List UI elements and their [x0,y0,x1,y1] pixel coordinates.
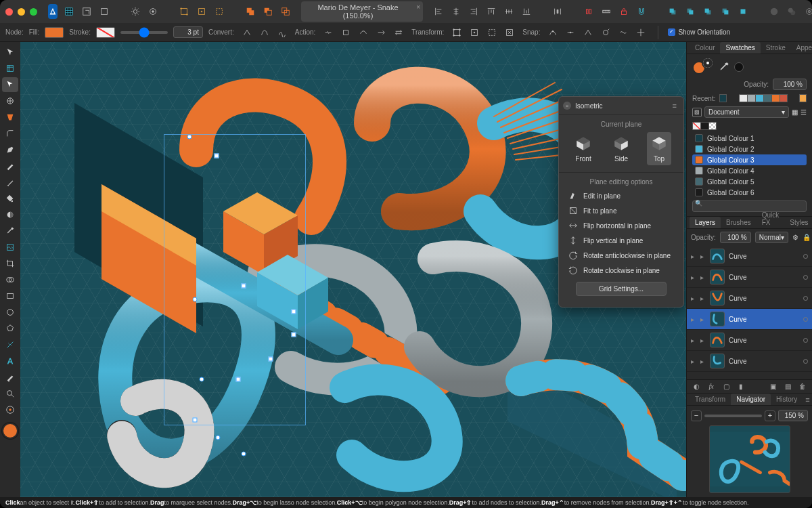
break-curve-icon[interactable] [321,25,336,40]
node-handle[interactable] [216,436,221,440]
node-handle[interactable] [193,418,198,423]
lock-layer-icon[interactable]: 🔒 [803,234,811,241]
global-colour-item[interactable]: Global Colour 2 [692,144,807,154]
pen-tool[interactable] [2,142,18,157]
tab-layers[interactable]: Layers [690,217,721,228]
measure-tool[interactable] [2,337,18,352]
disclose-icon[interactable]: ▸ [700,253,706,260]
transform-origin-icon[interactable] [467,25,482,40]
colour-chooser[interactable] [2,423,18,439]
layer-row[interactable]: ▸▸Curve [687,267,812,288]
cycle-selection-icon[interactable] [502,25,517,40]
show-orientation-checkbox[interactable]: Show Orientation [668,28,730,36]
layer-row[interactable]: ▸▸Curve [687,288,812,309]
polygon-tool[interactable] [2,321,18,336]
zoom-tool[interactable] [2,386,18,401]
magnet-icon[interactable] [634,4,649,19]
snap-geometry-icon[interactable] [563,25,578,40]
snap-center-icon[interactable] [194,4,209,19]
contour-tool[interactable] [2,110,18,125]
node-handle[interactable] [215,154,219,158]
plane-option[interactable]: Fit to plane [567,203,675,218]
plane-side-button[interactable]: Side [609,132,633,165]
global-colour-item[interactable]: Global Colour 3 [692,154,807,165]
disclose-icon[interactable]: ▸ [691,358,696,365]
visibility-icon[interactable] [803,359,808,364]
layer-options-icon[interactable]: ⚙ [792,234,798,241]
tab-colour[interactable]: Colour [690,42,720,54]
recent-swatch[interactable] [747,94,755,102]
close-doc-icon[interactable]: × [416,3,420,11]
plane-option[interactable]: Rotate anticlockwise in plane [567,248,675,263]
convert-smart-icon[interactable] [275,25,290,40]
mask-icon[interactable]: ▢ [721,383,731,390]
palette-grid-icon[interactable]: ▦ [792,108,798,116]
tab-brushes[interactable]: Brushes [721,217,757,228]
layer-row[interactable]: ▸▸Curve [687,246,812,267]
snap-curves-icon[interactable] [616,25,631,40]
visibility-icon[interactable] [803,338,808,343]
recent-swatch[interactable] [719,94,727,102]
global-colour-item[interactable]: Global Colour 1 [692,133,807,144]
zoom-field[interactable] [778,410,808,421]
layer-row[interactable]: ▸▸Curve [687,309,812,330]
tag-icon[interactable]: ▮ [736,383,746,390]
fill-stroke-wells[interactable] [692,58,714,76]
place-tool[interactable] [2,240,18,255]
ruler-icon[interactable] [599,4,614,19]
visibility-icon[interactable] [803,317,808,322]
snap-edge-icon[interactable] [177,4,191,19]
delete-layer-icon[interactable]: 🗑 [797,383,808,390]
fill-swatch[interactable] [45,27,64,38]
palette-type-icon[interactable]: ▧ [692,108,702,117]
global-colour-item[interactable]: Global Colour 5 [692,176,807,187]
checker-swatch[interactable] [708,122,717,130]
node-handle[interactable] [292,310,296,314]
artboard-icon[interactable] [97,4,112,19]
layer-opacity-field[interactable] [720,232,751,243]
transparency-tool[interactable] [2,207,18,222]
swatch-search[interactable] [692,200,807,212]
disclose-icon[interactable]: ▸ [691,316,696,323]
colour-picker-tool[interactable] [2,224,18,238]
enable-transform-icon[interactable] [449,25,464,40]
snap-node-icon[interactable] [545,25,560,40]
grid-icon[interactable] [62,4,76,19]
layer-row[interactable]: ▸▸Curve [687,351,812,372]
arrange-back-icon[interactable] [718,4,733,19]
node-handle[interactable] [269,357,273,362]
tab-styles[interactable]: Styles [784,217,812,228]
registration-swatch[interactable] [700,122,708,130]
node-handle[interactable] [236,377,241,382]
visibility-icon[interactable] [803,296,808,301]
tab-history[interactable]: History [771,394,803,405]
group-icon[interactable]: ▣ [767,383,778,390]
hide-selection-icon[interactable] [484,25,499,40]
align-bottom-icon[interactable] [519,4,534,19]
palette-list-icon[interactable]: ☰ [800,108,807,116]
close-window-icon[interactable] [5,8,13,16]
adjustment-icon[interactable]: ◐ [691,383,702,390]
node-handle[interactable] [187,135,192,140]
plane-option[interactable]: Flip vertical in plane [567,233,675,248]
palette-select[interactable]: Document▾ [704,106,789,118]
join-icon[interactable] [374,25,388,40]
knife-tool[interactable] [2,370,18,385]
last-used-colour[interactable] [734,62,744,72]
disclose-icon[interactable]: ▸ [700,274,706,281]
distribute-h-icon[interactable] [550,4,565,19]
insert-behind-icon[interactable] [784,4,799,19]
convert-sharp-icon[interactable] [240,25,254,40]
canvas[interactable]: × Isometric ≡ Current plane Front Side [20,42,686,497]
point-transform-tool[interactable] [2,93,18,108]
app-logo-icon[interactable] [48,4,58,19]
align-center-v-icon[interactable] [501,4,516,19]
plane-front-button[interactable]: Front [571,132,595,165]
visibility-icon[interactable] [803,275,808,280]
stroke-width-slider[interactable] [120,31,168,34]
recent-swatch[interactable] [755,94,763,102]
smooth-icon[interactable] [356,25,371,40]
snap-handles-icon[interactable] [581,25,595,40]
navigator-thumbnail[interactable] [709,425,790,493]
disclose-icon[interactable]: ▸ [691,274,696,281]
